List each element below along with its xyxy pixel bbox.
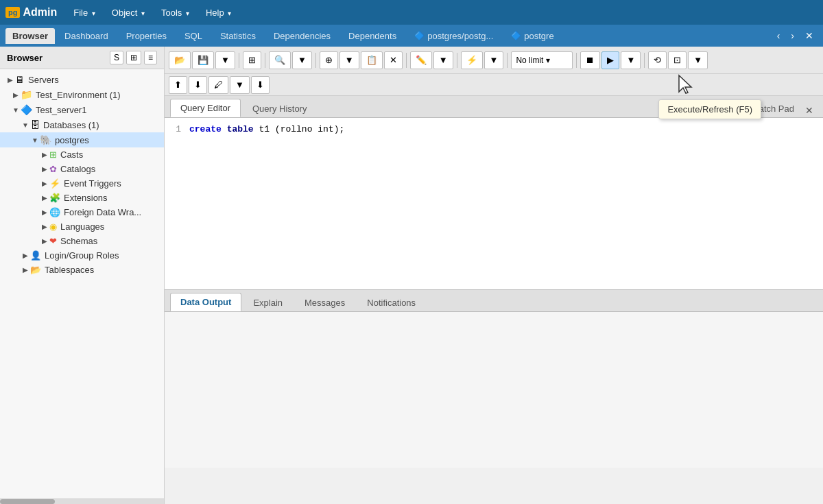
execute-btn[interactable]: ▶ [601,51,619,69]
tree-item-tablespaces[interactable]: ▶ 📂 Tablespaces [0,263,164,277]
tab-notifications[interactable]: Notifications [357,293,426,311]
tree-item-login-roles[interactable]: ▶ 👤 Login/Group Roles [0,248,164,263]
tree-arrow-servers: ▶ [5,76,15,84]
sidebar-btn-list[interactable]: ≡ [144,51,157,64]
sidebar-title: Browser [7,53,43,63]
tree-label-postgres: postgres [55,135,89,145]
tab-explain[interactable]: Explain [243,293,293,311]
tab-data-output[interactable]: Data Output [170,293,241,311]
logo-box: pg [5,7,20,18]
copy-btn[interactable]: ⊕ [320,51,338,69]
tab-postgre[interactable]: 🔷 postgre [503,28,562,44]
execute-dropdown-btn[interactable]: ▼ [621,51,641,69]
execute-tooltip: Execute/Refresh (F5) [658,99,761,119]
tree-label-event-triggers: Event Triggers [64,178,121,189]
filter-btn[interactable]: ⚡ [461,51,483,69]
file-menu[interactable]: File ▾ [67,5,102,21]
tools-menu[interactable]: Tools ▾ [154,5,196,21]
code-rest: t1 (rollno int); [259,124,344,134]
tab-dependents[interactable]: Dependents [340,28,405,44]
scratchpad-close-btn[interactable]: ✕ [801,104,818,117]
tree-label-servers: Servers [28,75,59,85]
sidebar-scrollbar-thumb [0,499,55,504]
casts-icon: ⊞ [49,149,57,160]
tab-statistics[interactable]: Statistics [212,28,264,44]
edit-btn[interactable]: ✏️ [410,51,432,69]
find-dropdown-btn[interactable]: ▼ [292,51,312,69]
main-tab-bar: Browser Dashboard Properties SQL Statist… [0,25,823,47]
tree-label-foreign-data: Foreign Data Wra... [64,207,141,217]
tree-item-extensions[interactable]: ▶ 🧩 Extensions [0,191,164,205]
filter-dropdown-btn[interactable]: ▼ [484,51,504,69]
up-btn[interactable]: ⬆ [169,76,187,94]
no-limit-select[interactable]: No limit ▾ [511,51,573,69]
tab-close-icon[interactable]: ✕ [801,29,818,43]
code-kw-table: table [227,124,254,134]
tree-label-test-env: Test_Environment (1) [36,90,121,100]
sep7 [576,53,577,68]
tree-item-test-server[interactable]: ▼ 🔷 Test_server1 [0,102,164,117]
paste-btn[interactable]: 📋 [361,51,383,69]
commit-dropdown-btn[interactable]: ▼ [688,51,708,69]
tree-item-event-triggers[interactable]: ▶ ⚡ Event Triggers [0,176,164,191]
stop-btn[interactable]: ⏹ [580,51,600,69]
foreign-data-icon: 🌐 [49,207,60,217]
tree-arrow-databases: ▼ [21,121,30,129]
sep2 [265,53,265,68]
sidebar-scrollbar[interactable] [0,499,164,504]
save-btn[interactable]: 💾 [192,51,214,69]
tab-prev-icon[interactable]: ‹ [773,29,785,43]
tree-arrow-extensions: ▶ [40,194,49,202]
find-btn[interactable]: 🔍 [269,51,291,69]
tree-item-languages[interactable]: ▶ ◉ Languages [0,219,164,234]
tab-next-icon[interactable]: › [787,29,798,43]
tree-item-catalogs[interactable]: ▶ ✿ Catalogs [0,162,164,176]
tree-label-extensions: Extensions [64,193,108,203]
save-dropdown-btn[interactable]: ▼ [215,51,235,69]
no-limit-label: No limit [516,56,543,65]
download-btn[interactable]: ⬇ [251,76,270,94]
copy-dropdown-btn[interactable]: ▼ [339,51,359,69]
tablespaces-icon: 📂 [30,265,41,275]
explain-btn[interactable]: ⟲ [648,51,667,69]
tab-messages[interactable]: Messages [294,293,355,311]
format-dropdown-btn[interactable]: ▼ [230,76,250,94]
line-number-1: 1 [165,124,189,134]
tab-query-history[interactable]: Query History [242,99,317,117]
open-file-btn[interactable]: 📂 [169,51,191,69]
tree-arrow-foreign-data: ▶ [40,208,49,216]
sidebar-btn-s[interactable]: S [110,51,123,64]
tree-label-catalogs: Catalogs [60,164,95,174]
tab-postgres-query[interactable]: 🔷 postgres/postg... [406,28,501,44]
tree-item-postgres[interactable]: ▼ 🐘 postgres [0,132,164,147]
tab-browser[interactable]: Browser [5,28,55,44]
object-menu[interactable]: Object ▾ [105,5,152,21]
tree-arrow-test-server: ▼ [11,106,21,114]
delete-btn[interactable]: ✕ [384,51,403,69]
help-menu[interactable]: Help ▾ [199,5,238,21]
sidebar-tree: ▶ 🖥 Servers ▶ 📁 Test_Environment (1) ▼ 🔷… [0,69,164,499]
tree-arrow-schemas: ▶ [40,237,49,245]
logo: pg Admin [5,6,57,19]
down-btn[interactable]: ⬇ [189,76,207,94]
code-area[interactable]: 1 create table t1 (rollno int); [165,118,823,289]
tree-item-casts[interactable]: ▶ ⊞ Casts [0,147,164,162]
sidebar-btn-grid[interactable]: ⊞ [126,51,141,64]
tree-item-schemas[interactable]: ▶ ❤ Schemas [0,234,164,248]
tree-arrow-casts: ▶ [40,151,49,158]
tree-arrow-catalogs: ▶ [40,165,49,173]
tab-dependencies[interactable]: Dependencies [265,28,339,44]
edit-dropdown-btn[interactable]: ▼ [433,51,453,69]
tree-item-databases[interactable]: ▼ 🗄 Databases (1) [0,117,164,132]
format-btn[interactable]: 🖊 [208,76,228,94]
commit-btn[interactable]: ⊡ [668,51,687,69]
insert-rows-btn[interactable]: ⊞ [243,51,261,69]
tab-sql[interactable]: SQL [176,28,211,44]
tab-properties[interactable]: Properties [118,28,175,44]
tree-item-foreign-data[interactable]: ▶ 🌐 Foreign Data Wra... [0,205,164,219]
tree-item-servers[interactable]: ▶ 🖥 Servers [0,72,164,87]
event-triggers-icon: ⚡ [49,178,60,189]
tab-query-editor[interactable]: Query Editor [170,99,241,117]
tab-dashboard[interactable]: Dashboard [56,28,117,44]
tree-item-test-env[interactable]: ▶ 📁 Test_Environment (1) [0,87,164,102]
